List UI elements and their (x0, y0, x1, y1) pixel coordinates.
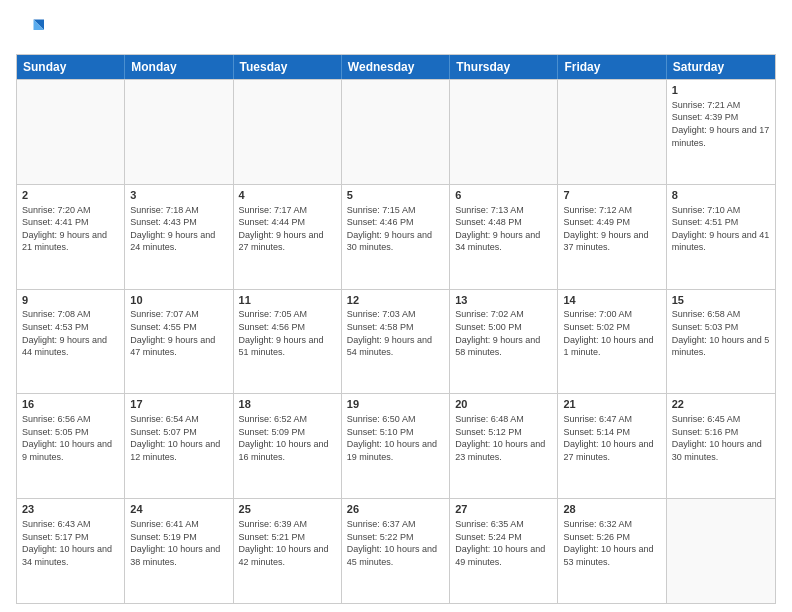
calendar-cell: 3Sunrise: 7:18 AM Sunset: 4:43 PM Daylig… (125, 185, 233, 289)
calendar-cell: 14Sunrise: 7:00 AM Sunset: 5:02 PM Dayli… (558, 290, 666, 394)
day-info: Sunrise: 7:18 AM Sunset: 4:43 PM Dayligh… (130, 204, 227, 254)
day-info: Sunrise: 7:00 AM Sunset: 5:02 PM Dayligh… (563, 308, 660, 358)
day-info: Sunrise: 6:45 AM Sunset: 5:16 PM Dayligh… (672, 413, 770, 463)
calendar-row: 2Sunrise: 7:20 AM Sunset: 4:41 PM Daylig… (17, 184, 775, 289)
calendar-cell: 18Sunrise: 6:52 AM Sunset: 5:09 PM Dayli… (234, 394, 342, 498)
calendar-cell (234, 80, 342, 184)
day-info: Sunrise: 6:43 AM Sunset: 5:17 PM Dayligh… (22, 518, 119, 568)
day-info: Sunrise: 6:41 AM Sunset: 5:19 PM Dayligh… (130, 518, 227, 568)
calendar-cell: 7Sunrise: 7:12 AM Sunset: 4:49 PM Daylig… (558, 185, 666, 289)
day-number: 28 (563, 502, 660, 517)
day-info: Sunrise: 6:48 AM Sunset: 5:12 PM Dayligh… (455, 413, 552, 463)
calendar-cell: 2Sunrise: 7:20 AM Sunset: 4:41 PM Daylig… (17, 185, 125, 289)
logo-icon (16, 16, 44, 44)
header (16, 16, 776, 44)
calendar-cell: 11Sunrise: 7:05 AM Sunset: 4:56 PM Dayli… (234, 290, 342, 394)
day-number: 5 (347, 188, 444, 203)
calendar-cell: 1Sunrise: 7:21 AM Sunset: 4:39 PM Daylig… (667, 80, 775, 184)
day-number: 9 (22, 293, 119, 308)
day-number: 1 (672, 83, 770, 98)
calendar-cell: 26Sunrise: 6:37 AM Sunset: 5:22 PM Dayli… (342, 499, 450, 603)
calendar-cell: 27Sunrise: 6:35 AM Sunset: 5:24 PM Dayli… (450, 499, 558, 603)
calendar-cell: 23Sunrise: 6:43 AM Sunset: 5:17 PM Dayli… (17, 499, 125, 603)
day-number: 17 (130, 397, 227, 412)
day-info: Sunrise: 7:20 AM Sunset: 4:41 PM Dayligh… (22, 204, 119, 254)
calendar-cell: 28Sunrise: 6:32 AM Sunset: 5:26 PM Dayli… (558, 499, 666, 603)
calendar-cell: 20Sunrise: 6:48 AM Sunset: 5:12 PM Dayli… (450, 394, 558, 498)
calendar-cell: 24Sunrise: 6:41 AM Sunset: 5:19 PM Dayli… (125, 499, 233, 603)
calendar-cell (125, 80, 233, 184)
day-info: Sunrise: 7:03 AM Sunset: 4:58 PM Dayligh… (347, 308, 444, 358)
day-info: Sunrise: 7:02 AM Sunset: 5:00 PM Dayligh… (455, 308, 552, 358)
calendar-row: 1Sunrise: 7:21 AM Sunset: 4:39 PM Daylig… (17, 79, 775, 184)
calendar-cell: 16Sunrise: 6:56 AM Sunset: 5:05 PM Dayli… (17, 394, 125, 498)
calendar-cell: 15Sunrise: 6:58 AM Sunset: 5:03 PM Dayli… (667, 290, 775, 394)
calendar-cell (17, 80, 125, 184)
calendar-cell: 21Sunrise: 6:47 AM Sunset: 5:14 PM Dayli… (558, 394, 666, 498)
day-number: 23 (22, 502, 119, 517)
calendar-row: 9Sunrise: 7:08 AM Sunset: 4:53 PM Daylig… (17, 289, 775, 394)
calendar-cell: 10Sunrise: 7:07 AM Sunset: 4:55 PM Dayli… (125, 290, 233, 394)
calendar-cell: 4Sunrise: 7:17 AM Sunset: 4:44 PM Daylig… (234, 185, 342, 289)
calendar-header: SundayMondayTuesdayWednesdayThursdayFrid… (17, 55, 775, 79)
day-info: Sunrise: 6:56 AM Sunset: 5:05 PM Dayligh… (22, 413, 119, 463)
calendar-body: 1Sunrise: 7:21 AM Sunset: 4:39 PM Daylig… (17, 79, 775, 603)
calendar-cell: 12Sunrise: 7:03 AM Sunset: 4:58 PM Dayli… (342, 290, 450, 394)
day-info: Sunrise: 6:37 AM Sunset: 5:22 PM Dayligh… (347, 518, 444, 568)
day-info: Sunrise: 7:08 AM Sunset: 4:53 PM Dayligh… (22, 308, 119, 358)
day-number: 3 (130, 188, 227, 203)
day-info: Sunrise: 6:50 AM Sunset: 5:10 PM Dayligh… (347, 413, 444, 463)
day-number: 13 (455, 293, 552, 308)
day-info: Sunrise: 6:54 AM Sunset: 5:07 PM Dayligh… (130, 413, 227, 463)
calendar-cell (342, 80, 450, 184)
day-info: Sunrise: 6:35 AM Sunset: 5:24 PM Dayligh… (455, 518, 552, 568)
day-info: Sunrise: 7:05 AM Sunset: 4:56 PM Dayligh… (239, 308, 336, 358)
day-number: 10 (130, 293, 227, 308)
day-info: Sunrise: 7:21 AM Sunset: 4:39 PM Dayligh… (672, 99, 770, 149)
day-number: 2 (22, 188, 119, 203)
calendar-cell: 19Sunrise: 6:50 AM Sunset: 5:10 PM Dayli… (342, 394, 450, 498)
day-number: 12 (347, 293, 444, 308)
day-number: 15 (672, 293, 770, 308)
calendar-page: SundayMondayTuesdayWednesdayThursdayFrid… (0, 0, 792, 612)
day-number: 7 (563, 188, 660, 203)
calendar-cell: 13Sunrise: 7:02 AM Sunset: 5:00 PM Dayli… (450, 290, 558, 394)
day-number: 21 (563, 397, 660, 412)
day-number: 8 (672, 188, 770, 203)
day-info: Sunrise: 6:47 AM Sunset: 5:14 PM Dayligh… (563, 413, 660, 463)
calendar-cell: 8Sunrise: 7:10 AM Sunset: 4:51 PM Daylig… (667, 185, 775, 289)
day-number: 24 (130, 502, 227, 517)
calendar-row: 16Sunrise: 6:56 AM Sunset: 5:05 PM Dayli… (17, 393, 775, 498)
weekday-header: Monday (125, 55, 233, 79)
day-number: 16 (22, 397, 119, 412)
day-info: Sunrise: 6:58 AM Sunset: 5:03 PM Dayligh… (672, 308, 770, 358)
day-number: 25 (239, 502, 336, 517)
day-info: Sunrise: 6:39 AM Sunset: 5:21 PM Dayligh… (239, 518, 336, 568)
day-number: 20 (455, 397, 552, 412)
day-info: Sunrise: 7:13 AM Sunset: 4:48 PM Dayligh… (455, 204, 552, 254)
logo (16, 16, 48, 44)
weekday-header: Friday (558, 55, 666, 79)
day-info: Sunrise: 7:12 AM Sunset: 4:49 PM Dayligh… (563, 204, 660, 254)
calendar-cell: 5Sunrise: 7:15 AM Sunset: 4:46 PM Daylig… (342, 185, 450, 289)
day-info: Sunrise: 7:07 AM Sunset: 4:55 PM Dayligh… (130, 308, 227, 358)
day-number: 18 (239, 397, 336, 412)
day-info: Sunrise: 7:15 AM Sunset: 4:46 PM Dayligh… (347, 204, 444, 254)
day-info: Sunrise: 6:32 AM Sunset: 5:26 PM Dayligh… (563, 518, 660, 568)
day-number: 26 (347, 502, 444, 517)
day-info: Sunrise: 7:10 AM Sunset: 4:51 PM Dayligh… (672, 204, 770, 254)
calendar-cell: 22Sunrise: 6:45 AM Sunset: 5:16 PM Dayli… (667, 394, 775, 498)
day-number: 19 (347, 397, 444, 412)
day-number: 27 (455, 502, 552, 517)
day-info: Sunrise: 6:52 AM Sunset: 5:09 PM Dayligh… (239, 413, 336, 463)
weekday-header: Sunday (17, 55, 125, 79)
calendar-cell (558, 80, 666, 184)
weekday-header: Saturday (667, 55, 775, 79)
calendar: SundayMondayTuesdayWednesdayThursdayFrid… (16, 54, 776, 604)
day-number: 4 (239, 188, 336, 203)
day-number: 6 (455, 188, 552, 203)
calendar-cell (450, 80, 558, 184)
weekday-header: Wednesday (342, 55, 450, 79)
calendar-cell: 9Sunrise: 7:08 AM Sunset: 4:53 PM Daylig… (17, 290, 125, 394)
calendar-row: 23Sunrise: 6:43 AM Sunset: 5:17 PM Dayli… (17, 498, 775, 603)
